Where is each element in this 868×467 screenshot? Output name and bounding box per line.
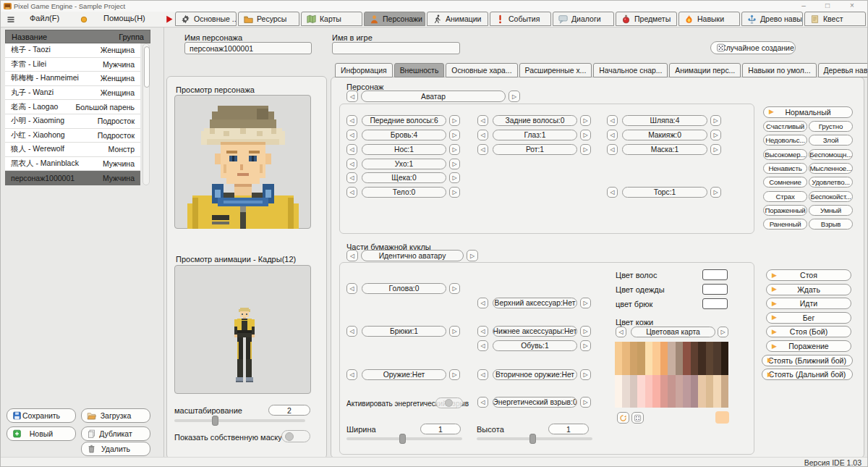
list-item[interactable]: 小明 - XiaomingПодросток [5, 114, 140, 129]
lower-acc-spinner-next[interactable]: ▷ [580, 326, 591, 337]
zoom-slider-thumb[interactable] [212, 416, 218, 426]
clothes-color-swatch[interactable] [702, 284, 728, 295]
palette-swatch[interactable] [706, 342, 713, 375]
avatar-spinner-next[interactable]: ▷ [509, 91, 520, 102]
avatar-part-spinner-next[interactable]: ▷ [580, 144, 591, 155]
avatar-part-spinner-prev[interactable]: ◁ [477, 130, 488, 140]
palette-swatch[interactable] [691, 375, 698, 408]
height-slider-thumb[interactable] [529, 434, 536, 444]
mask-toggle[interactable] [281, 430, 310, 442]
avatar-part-spinner-next[interactable]: ▷ [449, 115, 460, 126]
menu-file[interactable]: Файл(F) [30, 14, 59, 22]
menu-help[interactable]: Помощь(Н) [103, 14, 145, 22]
scrollbar-thumb[interactable] [144, 46, 150, 88]
palette-swatch[interactable] [660, 342, 668, 375]
palette-swatch[interactable] [698, 342, 705, 375]
run-icon[interactable] [165, 14, 174, 24]
shoes-spinner-prev[interactable]: ◁ [477, 340, 488, 351]
emotion-button[interactable]: Недовольс... [763, 135, 807, 146]
avatar-part-spinner-prev[interactable]: ◁ [607, 144, 618, 155]
emotion-button[interactable]: Высокомер... [763, 149, 807, 160]
lower-acc-spinner-prev[interactable]: ◁ [477, 326, 488, 337]
avatar-part-spinner-prev[interactable]: ◁ [477, 144, 488, 155]
pose-button[interactable]: ▶Ждать [766, 284, 851, 295]
tab-runner[interactable]: Анимации [427, 12, 488, 26]
palette-swatch[interactable] [676, 342, 683, 375]
avatar-part-spinner-next[interactable]: ▷ [580, 115, 591, 126]
palette-swatch[interactable] [713, 342, 720, 375]
energy-burst-spinner-prev[interactable]: ◁ [477, 397, 488, 408]
torso-spinner-prev[interactable]: ◁ [607, 187, 618, 198]
subtab-active[interactable]: Внешность [394, 63, 445, 77]
avatar-part-spinner-prev[interactable]: ◁ [346, 115, 357, 126]
random-color-button[interactable] [631, 412, 644, 424]
list-item[interactable]: 李雷 - LileiМужчина [5, 58, 140, 72]
pose-button[interactable]: ▶Стоя [766, 269, 851, 281]
head-spinner-next[interactable]: ▷ [449, 283, 460, 294]
emotion-button[interactable]: Грустно [809, 121, 853, 132]
tab-speech[interactable]: Диалоги [553, 12, 614, 26]
palette-swatch[interactable] [668, 342, 675, 375]
pose-button[interactable]: ▶Стоять (Ближний бой) [762, 355, 853, 366]
head-spinner-prev[interactable]: ◁ [346, 283, 357, 294]
avatar-part-spinner-next[interactable]: ▷ [710, 144, 721, 155]
width-slider-thumb[interactable] [399, 434, 406, 444]
avatar-part-spinner-prev[interactable]: ◁ [346, 187, 357, 198]
zoom-slider-track[interactable] [174, 419, 305, 422]
torso-spinner-next[interactable]: ▷ [710, 187, 721, 198]
palette-swatch[interactable] [652, 342, 660, 375]
tab-gear[interactable]: Основные ... [175, 12, 237, 26]
upper-acc-spinner-prev[interactable]: ◁ [477, 298, 488, 308]
emotion-button[interactable]: Мысленное... [809, 163, 853, 174]
palette-swatch[interactable] [668, 375, 675, 408]
duplicate-button[interactable]: Дубликат [81, 426, 150, 441]
palette-swatch[interactable] [713, 375, 720, 408]
palette-swatch[interactable] [645, 342, 652, 375]
palette-swatch[interactable] [622, 342, 629, 375]
new-button[interactable]: Новый [7, 426, 76, 441]
subtab-item[interactable]: Деревья навыков [818, 63, 868, 77]
palette-swatch[interactable] [637, 375, 644, 408]
upper-acc-spinner-next[interactable]: ▷ [580, 298, 591, 308]
save-button[interactable]: Сохранить [7, 408, 76, 423]
load-button[interactable]: Загрузка [81, 408, 150, 423]
minimize-button[interactable]: – [793, 1, 814, 11]
list-item[interactable]: 韩梅梅 - HanmeimeiЖенщина [5, 72, 140, 86]
subtab-item[interactable]: Анимации перс... [669, 63, 741, 77]
char-list-scrollbar[interactable] [142, 43, 150, 185]
color-map-spinner-prev[interactable]: ◁ [616, 327, 626, 337]
emotion-button[interactable]: Удовлетво... [809, 177, 853, 188]
pose-button[interactable]: ▶Стоять (Дальний бой) [762, 369, 853, 380]
palette-swatch[interactable] [645, 375, 652, 408]
pants-color-swatch[interactable] [702, 298, 728, 309]
avatar-part-spinner-prev[interactable]: ◁ [607, 115, 618, 126]
char-name-input[interactable]: персонаж1000001 [184, 42, 312, 54]
close-button[interactable]: × [841, 1, 863, 11]
emotion-button[interactable]: Злой [809, 135, 853, 146]
doll-mode-spinner-prev[interactable]: ◁ [346, 250, 358, 261]
list-item[interactable]: 黑衣人 - ManinblackМужчина [5, 157, 140, 172]
emotion-button[interactable]: Беспомощн... [809, 149, 853, 160]
pants-spinner-next[interactable]: ▷ [449, 326, 460, 337]
reset-color-button[interactable] [617, 412, 629, 424]
palette-swatch[interactable] [706, 375, 713, 408]
avatar-spinner-prev[interactable]: ◁ [346, 91, 358, 102]
tab-tree[interactable]: Древо навы... [741, 12, 803, 26]
tab-scroll[interactable]: Квест [804, 12, 866, 26]
hair-color-swatch[interactable] [702, 269, 728, 280]
subtab-item[interactable]: Начальное снар... [593, 63, 668, 77]
emotion-button[interactable]: Раненный [763, 219, 807, 230]
palette-swatch[interactable] [615, 375, 622, 408]
emotion-button[interactable]: Счастливый [763, 121, 807, 132]
palette-swatch[interactable] [622, 375, 629, 408]
avatar-part-spinner-prev[interactable]: ◁ [346, 159, 357, 169]
emotion-button[interactable]: Пораженный [763, 205, 807, 216]
avatar-part-spinner-next[interactable]: ▷ [710, 115, 721, 126]
tab-flame[interactable]: Навыки [678, 12, 740, 26]
avatar-part-spinner-prev[interactable]: ◁ [346, 172, 357, 183]
pose-button[interactable]: ▶Бег [766, 312, 851, 324]
list-item[interactable]: персонаж1000001Мужчина [5, 171, 140, 185]
maximize-button[interactable]: □ [817, 1, 838, 11]
emotion-button[interactable]: Страх [763, 191, 807, 202]
delete-button[interactable]: Удалить [81, 442, 150, 456]
